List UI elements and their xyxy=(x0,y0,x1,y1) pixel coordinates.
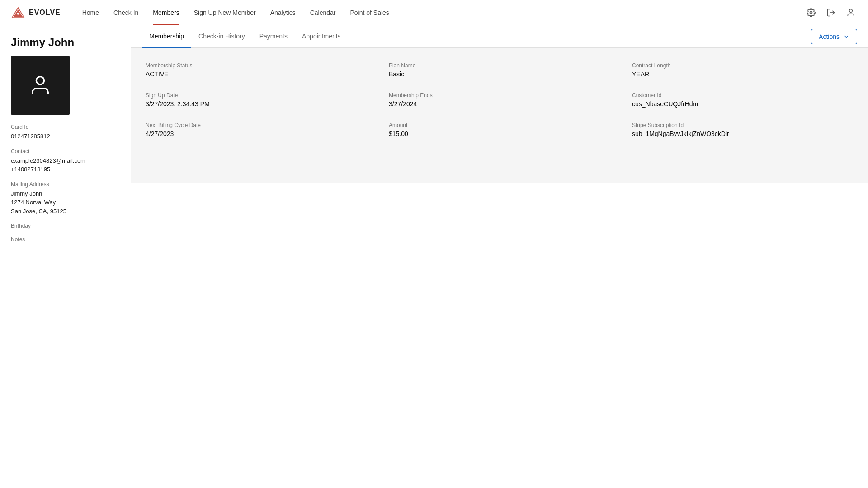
address-street: 1274 Norval Way xyxy=(11,198,120,207)
membership-panel: Membership StatusACTIVEPlan NameBasicCon… xyxy=(131,48,868,183)
card-id-value: 012471285812 xyxy=(11,132,120,141)
actions-button[interactable]: Actions xyxy=(811,29,857,44)
birthday-label: Birthday xyxy=(11,223,120,229)
field-label: Customer Id xyxy=(632,92,854,99)
field-value: sub_1MqNgaByvJkIkjZnWO3ckDlr xyxy=(632,130,854,137)
field-value: 4/27/2023 xyxy=(146,130,367,137)
tabs-header: Membership Check-in History Payments App… xyxy=(131,25,868,48)
field-label: Membership Ends xyxy=(389,92,610,99)
nav-point-of-sales[interactable]: Point of Sales xyxy=(343,0,396,25)
app-name: EVOLVE xyxy=(29,9,61,17)
nav-members[interactable]: Members xyxy=(146,0,186,25)
field-label: Membership Status xyxy=(146,62,367,69)
membership-field-group: Membership Ends3/27/2024 xyxy=(389,92,610,108)
nav-check-in[interactable]: Check In xyxy=(106,0,146,25)
membership-grid: Membership StatusACTIVEPlan NameBasicCon… xyxy=(146,62,854,137)
field-label: Amount xyxy=(389,122,610,128)
settings-button[interactable] xyxy=(805,6,817,19)
svg-point-5 xyxy=(849,9,853,12)
membership-field-group: Sign Up Date3/27/2023, 2:34:43 PM xyxy=(146,92,367,108)
navbar: EVOLVE Home Check In Members Sign Up New… xyxy=(0,0,868,25)
logout-button[interactable] xyxy=(825,6,837,19)
content-area: Membership Check-in History Payments App… xyxy=(131,25,868,488)
tab-appointments[interactable]: Appointments xyxy=(295,25,348,48)
field-label: Sign Up Date xyxy=(146,92,367,99)
contact-phone: +14082718195 xyxy=(11,165,120,174)
mailing-address-label: Mailing Address xyxy=(11,181,120,188)
svg-point-6 xyxy=(36,77,44,84)
field-label: Contract Length xyxy=(632,62,854,69)
card-id-label: Card Id xyxy=(11,124,120,130)
sidebar: Jimmy John Card Id 012471285812 Contact … xyxy=(0,25,131,488)
app-logo[interactable]: EVOLVE xyxy=(11,5,61,20)
membership-field-group: Membership StatusACTIVE xyxy=(146,62,367,78)
nav-analytics[interactable]: Analytics xyxy=(263,0,303,25)
tab-check-in-history[interactable]: Check-in History xyxy=(191,25,252,48)
chevron-down-icon xyxy=(843,33,849,40)
user-icon xyxy=(846,8,855,17)
field-value: YEAR xyxy=(632,70,854,78)
nav-sign-up-new-member[interactable]: Sign Up New Member xyxy=(187,0,263,25)
field-label: Stripe Subscription Id xyxy=(632,122,854,128)
logo-icon xyxy=(11,5,25,20)
main-layout: Jimmy John Card Id 012471285812 Contact … xyxy=(0,25,868,488)
field-label: Plan Name xyxy=(389,62,610,69)
field-value: cus_NbaseCUQJfrHdm xyxy=(632,100,854,108)
svg-point-2 xyxy=(17,13,19,15)
membership-field-group: Plan NameBasic xyxy=(389,62,610,78)
nav-right xyxy=(805,6,857,19)
membership-field-group: Next Billing Cycle Date4/27/2023 xyxy=(146,122,367,137)
nav-calendar[interactable]: Calendar xyxy=(303,0,343,25)
avatar-icon xyxy=(28,74,52,97)
contact-label: Contact xyxy=(11,148,120,155)
address-city: San Jose, CA, 95125 xyxy=(11,207,120,216)
membership-field-group: Amount$15.00 xyxy=(389,122,610,137)
gear-icon xyxy=(807,8,816,17)
tab-payments[interactable]: Payments xyxy=(252,25,295,48)
membership-field-group: Contract LengthYEAR xyxy=(632,62,854,78)
address-name: Jimmy John xyxy=(11,189,120,198)
field-value: ACTIVE xyxy=(146,70,367,78)
avatar xyxy=(11,56,70,115)
contact-email: example2304823@mail.com xyxy=(11,156,120,165)
notes-label: Notes xyxy=(11,236,120,243)
field-value: $15.00 xyxy=(389,130,610,137)
field-value: Basic xyxy=(389,70,610,78)
svg-point-3 xyxy=(810,11,812,14)
nav-links: Home Check In Members Sign Up New Member… xyxy=(75,0,805,25)
tab-membership[interactable]: Membership xyxy=(142,25,191,48)
user-profile-button[interactable] xyxy=(844,6,857,19)
logout-icon xyxy=(826,8,835,17)
field-value: 3/27/2023, 2:34:43 PM xyxy=(146,100,367,108)
field-label: Next Billing Cycle Date xyxy=(146,122,367,128)
membership-field-group: Stripe Subscription Idsub_1MqNgaByvJkIkj… xyxy=(632,122,854,137)
actions-label: Actions xyxy=(819,33,840,40)
member-name: Jimmy John xyxy=(11,36,120,49)
nav-home[interactable]: Home xyxy=(75,0,106,25)
field-value: 3/27/2024 xyxy=(389,100,610,108)
membership-field-group: Customer Idcus_NbaseCUQJfrHdm xyxy=(632,92,854,108)
